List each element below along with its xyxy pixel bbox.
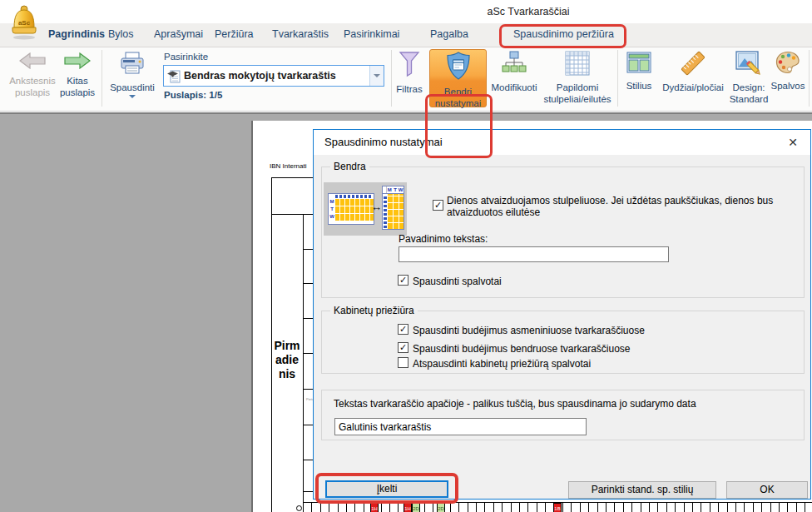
print-label: Spausdinti bbox=[110, 82, 155, 93]
checkbox-days-in-columns[interactable]: ✓ bbox=[433, 200, 443, 211]
tab-aprasymai[interactable]: Aprašymai bbox=[154, 28, 203, 40]
modify-button[interactable]: Modifikuoti bbox=[489, 51, 539, 93]
pick-standard-style-button[interactable]: Parinkti stand. sp. stilių bbox=[568, 481, 716, 499]
asc-timetables-window: aSc Tvarkaraščiai aSc Pagrindinis Bylos … bbox=[0, 0, 812, 512]
window-title: aSc Tvarkaraščiai bbox=[362, 6, 695, 17]
filter-button[interactable]: Filtras bbox=[389, 51, 429, 95]
lesson-cell: 1H bbox=[370, 503, 379, 512]
sizes-widths-label: Dydžiai/pločiai bbox=[662, 82, 724, 93]
colors-button[interactable]: Spalvos bbox=[767, 51, 809, 92]
group-kabinetai-label: Kabinetų priežiūra bbox=[330, 305, 418, 316]
funnel-icon bbox=[399, 51, 420, 81]
days-rows-table-icon: M T W bbox=[382, 186, 404, 230]
footer-text-input[interactable] bbox=[334, 418, 587, 435]
ribbon-separator bbox=[102, 50, 102, 107]
checkbox-days-in-columns-label: Dienos atvaizduojamos stulpeliuose. Jei … bbox=[447, 195, 805, 218]
dialog-title-bar[interactable]: Spausdinimo nustatymai ✕ bbox=[314, 130, 810, 155]
checkbox-duty-personal[interactable]: ✓ bbox=[398, 324, 408, 335]
combobox-dropdown-button[interactable] bbox=[369, 66, 384, 86]
checkbox-print-in-color-label: Spausdinti spalvotai bbox=[413, 276, 502, 287]
ribbon-tab-row: Pagrindinis Bylos Aprašymai Peržiūra Tva… bbox=[0, 23, 812, 47]
tab-pasirinkimai[interactable]: Pasirinkimai bbox=[344, 28, 399, 40]
preview-marker-circle bbox=[296, 505, 302, 511]
next-page-label: Kitas puslapis bbox=[60, 75, 95, 98]
checkbox-print-in-color[interactable]: ✓ bbox=[398, 275, 408, 286]
extra-columns-rows-label: Papildomi stulpeliai/eilutės bbox=[543, 82, 611, 105]
next-page-button[interactable]: Kitas puslapis bbox=[55, 52, 100, 98]
mini-letter: T bbox=[329, 206, 335, 213]
sizes-widths-button[interactable]: Dydžiai/pločiai bbox=[658, 51, 728, 93]
checkbox-duty-color-label: Atspausdinti kabinetų priežiūrą spalvota… bbox=[413, 358, 591, 370]
mini-letter: W bbox=[329, 213, 335, 221]
lesson-cell: 2D bbox=[437, 503, 445, 512]
org-chart-icon bbox=[501, 51, 527, 79]
general-settings-label: Bendri nustatymai bbox=[435, 86, 482, 109]
table-grid-icon bbox=[565, 51, 590, 79]
ribbon-separator bbox=[617, 50, 618, 107]
extra-columns-rows-button[interactable]: Papildomi stulpeliai/eilutės bbox=[539, 51, 616, 105]
style-label: Stilius bbox=[626, 80, 652, 92]
page-indicator: Puslapis: 1/5 bbox=[164, 90, 222, 100]
lesson-cell: 1H bbox=[404, 503, 412, 512]
close-icon[interactable]: ✕ bbox=[782, 133, 804, 152]
modify-label: Modifikuoti bbox=[492, 82, 537, 93]
table-line bbox=[303, 214, 304, 512]
previous-page-label: Ankstesnis puslapis bbox=[9, 75, 56, 98]
tab-tvarkarastis[interactable]: Tvarkaraštis bbox=[272, 28, 329, 40]
mini-letter: W bbox=[398, 186, 404, 193]
title-text-label: Pavadinimo tekstas: bbox=[399, 233, 488, 245]
swap-arrow-icon: ↔ bbox=[371, 201, 382, 213]
general-settings-button[interactable]: Bendri nustatymai bbox=[429, 49, 487, 107]
lesson-cell: 1B bbox=[553, 503, 562, 512]
chevron-down-icon bbox=[374, 74, 380, 77]
tab-perziura[interactable]: Peržiūra bbox=[215, 28, 254, 40]
load-button-label: kelti bbox=[379, 483, 397, 495]
title-text-input[interactable] bbox=[399, 246, 669, 262]
print-settings-dialog: Spausdinimo nustatymai ✕ Bendra M T W ↔ … bbox=[313, 129, 811, 500]
picker-label: Pasirinkite bbox=[164, 52, 208, 62]
tab-bylos[interactable]: Bylos bbox=[108, 28, 134, 40]
design-button[interactable]: Design: Standard bbox=[727, 51, 770, 105]
lesson-cell: 2D bbox=[412, 503, 420, 512]
mini-letter: T bbox=[393, 186, 399, 193]
tab-spausdinimo-perziura[interactable]: Spausdinimo peržiūra bbox=[513, 28, 614, 40]
design-label: Design: Standard bbox=[730, 82, 769, 105]
mini-letter: M bbox=[329, 198, 335, 206]
days-orientation-illustration: M T W ↔ M T W bbox=[324, 182, 407, 236]
load-button[interactable]: Įkelti bbox=[325, 480, 448, 498]
arrow-right-icon bbox=[63, 52, 92, 72]
printer-icon bbox=[120, 51, 145, 79]
tab-pagalba[interactable]: Pagalba bbox=[430, 28, 468, 40]
footer-text-label: Tekstas tvarkaraščio apačioje - palikus … bbox=[334, 398, 800, 410]
title-bar: aSc Tvarkaraščiai bbox=[0, 0, 812, 23]
preview-day-monday: Pirm adie nis bbox=[271, 339, 303, 381]
timetable-picker-value: Bendras mokytojų tvarkaraštis bbox=[181, 70, 369, 82]
ribbon-separator bbox=[809, 50, 810, 107]
style-button[interactable]: Stilius bbox=[620, 51, 658, 92]
picture-pencil-icon bbox=[735, 51, 762, 79]
ruler-icon bbox=[679, 51, 707, 79]
previous-page-button[interactable]: Ankstesnis puslapis bbox=[7, 52, 58, 98]
tab-pagrindinis[interactable]: Pagrindinis bbox=[48, 28, 105, 40]
dialog-title: Spausdinimo nustatymai bbox=[324, 136, 443, 148]
group-bendra-label: Bendra bbox=[330, 161, 369, 172]
print-button[interactable]: Spausdinti bbox=[105, 51, 160, 98]
chevron-down-icon bbox=[129, 95, 136, 98]
palette-icon bbox=[775, 51, 800, 77]
svg-text:aSc: aSc bbox=[18, 19, 31, 27]
arrow-left-icon bbox=[18, 52, 47, 72]
preview-school-name: IBN Internati bbox=[270, 162, 306, 170]
shield-settings-icon bbox=[445, 52, 472, 83]
days-columns-table-icon: M T W bbox=[328, 193, 374, 225]
ribbon-toolbar: Ankstesnis puslapis Kitas puslapis Spau bbox=[0, 47, 812, 112]
ok-button[interactable]: OK bbox=[726, 481, 808, 499]
window-panes-icon bbox=[626, 51, 651, 77]
colors-label: Spalvos bbox=[771, 80, 805, 92]
mini-letter: M bbox=[387, 186, 393, 193]
checkbox-duty-shared-label: Spausdinti budėjimus bendruose tvarkaraš… bbox=[413, 343, 631, 355]
checkbox-duty-color[interactable] bbox=[398, 357, 408, 368]
asc-bell-logo-icon[interactable]: aSc bbox=[7, 2, 42, 42]
timetable-picker-combobox[interactable]: Bendras mokytojų tvarkaraštis bbox=[163, 65, 384, 87]
checkbox-duty-shared[interactable]: ✓ bbox=[398, 342, 408, 353]
timetable-doc-icon bbox=[167, 69, 181, 83]
